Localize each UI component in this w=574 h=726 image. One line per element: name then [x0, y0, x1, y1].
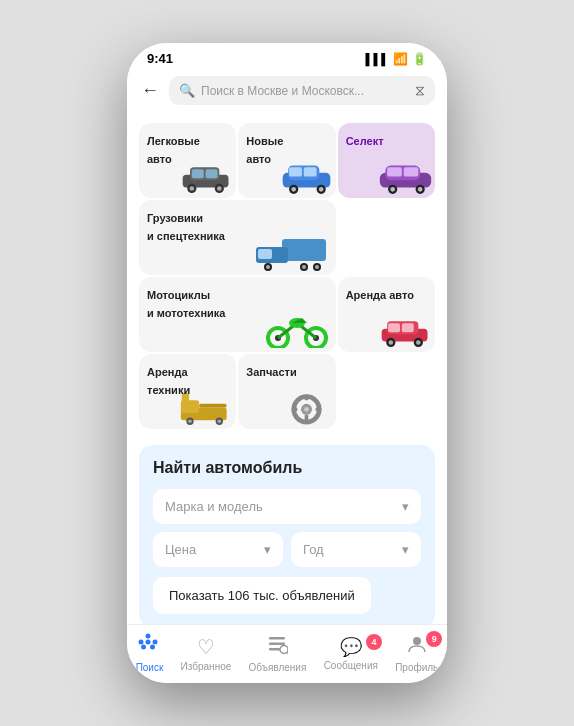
show-listings-button[interactable]: Показать 106 тыс. объявлений — [153, 577, 371, 614]
make-model-chevron: ▾ — [402, 499, 409, 514]
battery-icon: 🔋 — [412, 52, 427, 66]
bottom-nav: Поиск ♡ Избранное Объявления 💬 4 Сообщен… — [127, 624, 447, 683]
year-label: Год — [303, 542, 324, 557]
nav-item-messages[interactable]: 💬 4 Сообщения — [324, 636, 378, 671]
svg-rect-14 — [289, 167, 302, 176]
svg-rect-26 — [258, 249, 272, 259]
svg-point-19 — [390, 187, 395, 192]
year-chevron: ▾ — [402, 542, 409, 557]
profile-badge: 9 — [426, 631, 442, 647]
year-dropdown[interactable]: Год ▾ — [291, 532, 421, 567]
svg-point-3 — [190, 186, 195, 191]
make-model-dropdown[interactable]: Марка и модель ▾ — [153, 489, 421, 524]
category-zapchasti[interactable]: Запчасти — [238, 354, 335, 429]
category-gruzoviki[interactable]: Грузовикии спецтехника — [139, 200, 336, 275]
svg-point-43 — [416, 340, 421, 345]
svg-point-50 — [188, 419, 192, 423]
svg-point-65 — [139, 640, 144, 645]
search-bar: ← 🔍 Поиск в Москве и Московск... ⧖ — [127, 70, 447, 115]
svg-rect-68 — [269, 643, 285, 646]
svg-rect-58 — [304, 415, 308, 421]
svg-rect-44 — [388, 323, 400, 332]
content-area: Легковыеавто Новыеавто — [127, 115, 447, 624]
car-img-zapchasti — [279, 390, 334, 425]
svg-point-66 — [153, 640, 158, 645]
svg-point-62 — [141, 645, 146, 650]
nav-item-listings[interactable]: Объявления — [249, 633, 307, 673]
svg-point-41 — [389, 340, 394, 345]
car-img-novye — [279, 159, 334, 194]
price-dropdown[interactable]: Цена ▾ — [153, 532, 283, 567]
svg-rect-15 — [303, 167, 316, 176]
search-nav-label: Поиск — [136, 662, 164, 673]
svg-point-28 — [266, 265, 270, 269]
price-label: Цена — [165, 542, 196, 557]
svg-rect-6 — [192, 169, 204, 178]
svg-point-32 — [315, 265, 319, 269]
svg-point-61 — [146, 640, 151, 645]
search-input-wrapper[interactable]: 🔍 Поиск в Москве и Московск... ⧖ — [169, 76, 435, 105]
messages-nav-label: Сообщения — [324, 660, 378, 671]
find-car-title: Найти автомобиль — [153, 459, 421, 477]
status-bar: 9:41 ▌▌▌ 📶 🔋 — [127, 43, 447, 70]
svg-rect-67 — [269, 637, 285, 640]
svg-point-72 — [413, 637, 421, 645]
nav-item-favorites[interactable]: ♡ Избранное — [181, 635, 232, 672]
category-moto[interactable]: Мотоциклыи мототехника — [139, 277, 336, 352]
nav-item-search[interactable]: Поиск — [136, 633, 164, 673]
price-year-row: Цена ▾ Год ▾ — [153, 532, 421, 567]
category-arenda-tekhniki[interactable]: Аренда техники — [139, 354, 236, 429]
svg-point-13 — [319, 187, 324, 192]
car-img-arenda — [378, 313, 433, 348]
status-time: 9:41 — [147, 51, 173, 66]
category-arenda-avto[interactable]: Аренда авто — [338, 277, 435, 352]
svg-point-21 — [418, 187, 423, 192]
svg-point-64 — [146, 634, 151, 639]
price-chevron: ▾ — [264, 542, 271, 557]
svg-rect-59 — [291, 408, 297, 412]
back-button[interactable]: ← — [139, 78, 161, 103]
svg-rect-7 — [206, 169, 218, 178]
car-img-gruzoviki — [252, 231, 332, 271]
status-icons: ▌▌▌ 📶 🔋 — [366, 52, 427, 66]
svg-point-52 — [218, 419, 222, 423]
search-input[interactable]: Поиск в Москве и Московск... — [201, 84, 409, 98]
svg-rect-22 — [387, 167, 402, 176]
category-novye[interactable]: Новыеавто — [238, 123, 335, 198]
listings-nav-label: Объявления — [249, 662, 307, 673]
svg-point-5 — [217, 186, 222, 191]
phone-frame: 9:41 ▌▌▌ 📶 🔋 ← 🔍 Поиск в Москве и Москов… — [127, 43, 447, 683]
find-car-section: Найти автомобиль Марка и модель ▾ Цена ▾… — [139, 445, 435, 624]
svg-line-71 — [287, 652, 289, 654]
filter-icon[interactable]: ⧖ — [415, 82, 425, 99]
profile-nav-label: Профиль — [395, 662, 438, 673]
car-img-legkovye — [179, 159, 234, 194]
svg-rect-23 — [404, 167, 419, 176]
svg-point-63 — [150, 645, 155, 650]
signal-icon: ▌▌▌ — [366, 53, 389, 65]
svg-rect-57 — [304, 395, 308, 401]
svg-rect-60 — [315, 408, 321, 412]
messages-badge: 4 — [366, 634, 382, 650]
category-legkovye[interactable]: Легковыеавто — [139, 123, 236, 198]
search-icon: 🔍 — [179, 83, 195, 98]
svg-point-11 — [291, 187, 296, 192]
svg-rect-24 — [282, 239, 326, 261]
search-nav-icon — [138, 633, 160, 660]
svg-rect-48 — [199, 404, 227, 408]
svg-point-56 — [304, 407, 309, 412]
messages-nav-icon: 💬 — [340, 636, 362, 658]
profile-nav-icon — [406, 633, 428, 660]
car-img-select — [378, 159, 433, 194]
favorites-nav-label: Избранное — [181, 661, 232, 672]
category-select[interactable]: Селект — [338, 123, 435, 198]
car-img-moto — [262, 308, 332, 348]
listings-nav-icon — [266, 633, 288, 660]
favorites-nav-icon: ♡ — [197, 635, 215, 659]
wifi-icon: 📶 — [393, 52, 408, 66]
svg-point-30 — [302, 265, 306, 269]
categories-grid: Легковыеавто Новыеавто — [127, 115, 447, 437]
make-model-label: Марка и модель — [165, 499, 263, 514]
nav-item-profile[interactable]: 9 Профиль — [395, 633, 438, 673]
svg-rect-45 — [402, 323, 414, 332]
